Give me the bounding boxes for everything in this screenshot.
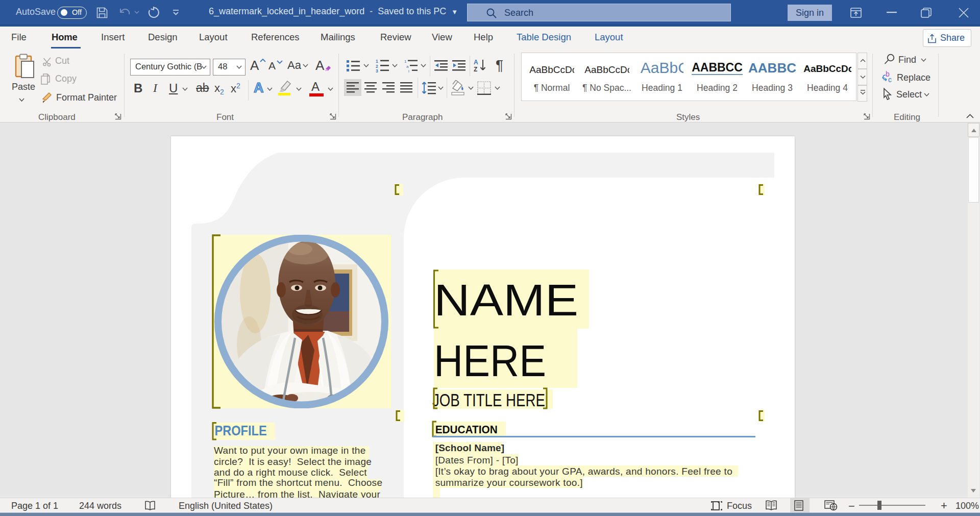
svg-text:a: a — [406, 64, 409, 69]
svg-text:NAME: NAME — [434, 275, 578, 325]
svg-text:1: 1 — [376, 59, 378, 64]
svg-text:HERE: HERE — [434, 335, 546, 386]
svg-text:3: 3 — [376, 68, 378, 72]
svg-text:c: c — [888, 76, 892, 83]
svg-text:2: 2 — [376, 64, 378, 69]
svg-text:Z: Z — [474, 66, 477, 72]
svg-text:PROFILE: PROFILE — [215, 423, 267, 438]
svg-text:EDUCATION: EDUCATION — [435, 423, 498, 436]
svg-text:A: A — [474, 59, 478, 66]
svg-text:1: 1 — [404, 59, 407, 64]
svg-text:i: i — [408, 69, 409, 72]
svg-text:JOB TITLE HERE: JOB TITLE HERE — [432, 390, 545, 410]
